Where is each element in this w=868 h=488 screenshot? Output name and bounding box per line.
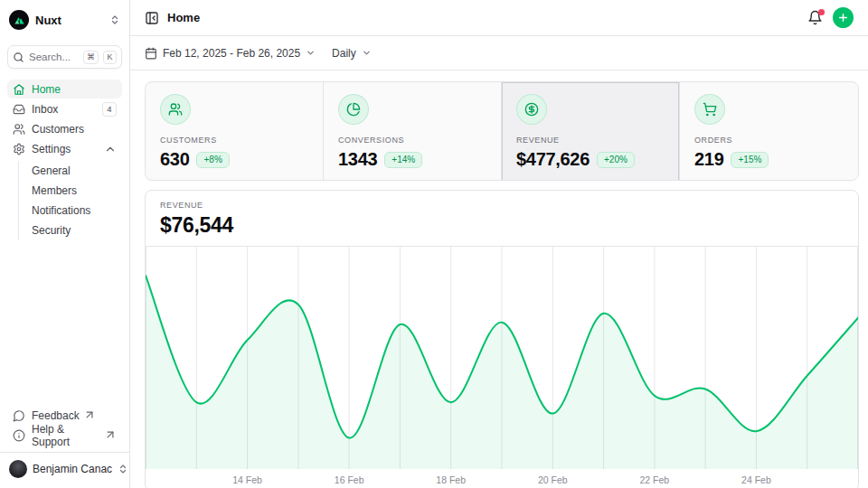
filters-toolbar: Feb 12, 2025 - Feb 26, 2025 Daily (130, 36, 868, 70)
stat-delta-badge: +8% (196, 152, 229, 168)
sidebar-item-inbox[interactable]: Inbox4 (7, 99, 122, 118)
stats-row: CUSTOMERS630+8%CONVERSIONS1343+14%REVENU… (145, 81, 859, 181)
user-menu-button[interactable]: Benjamin Canac (9, 460, 120, 478)
sidebar-footer-nav: FeedbackHelp & Support (7, 406, 122, 445)
sidebar-subitem-members[interactable]: Members (27, 181, 122, 200)
stat-value: 630 (160, 149, 189, 170)
users-icon (168, 102, 183, 117)
chart-x-axis: 14 Feb16 Feb18 Feb20 Feb22 Feb24 Feb (146, 469, 858, 488)
sidebar-item-help-support[interactable]: Help & Support (7, 426, 122, 445)
search-icon (13, 52, 24, 63)
user-name: Benjamin Canac (33, 463, 112, 475)
x-axis-tick-label: 14 Feb (232, 474, 262, 485)
sidebar-nav: HomeInbox4CustomersSettingsGeneralMember… (7, 80, 122, 241)
inbox-count-badge: 4 (102, 102, 117, 117)
chevron-down-icon (306, 48, 316, 58)
chevron-up-icon (104, 143, 117, 155)
stat-delta-badge: +20% (597, 152, 635, 168)
sidebar-sub-list: GeneralMembersNotificationsSecurity (18, 161, 122, 239)
stat-icon-circle (516, 94, 547, 125)
sidebar-item-label: Help & Support (32, 423, 100, 448)
search-placeholder: Search... (29, 52, 79, 62)
sidebar-item-label: Feedback (32, 409, 80, 422)
stat-label: REVENUE (516, 136, 665, 145)
stat-value: $477,626 (516, 149, 590, 170)
inbox-icon (13, 103, 25, 116)
stat-card-orders[interactable]: ORDERS219+15% (680, 82, 858, 181)
gear-icon (13, 143, 25, 155)
stat-label: CONVERSIONS (338, 136, 486, 145)
user-section: Benjamin Canac (0, 452, 129, 481)
brand-name: Nuxt (35, 14, 103, 27)
stat-icon-circle (338, 94, 369, 125)
x-axis-tick-label: 20 Feb (538, 474, 568, 485)
sidebar: Nuxt Search... ⌘ K HomeInbox4CustomersSe… (0, 0, 130, 488)
period-label: Daily (332, 47, 356, 60)
stat-card-customers[interactable]: CUSTOMERS630+8% (146, 82, 324, 181)
info-circle-icon (13, 429, 25, 442)
x-axis-tick-label: 18 Feb (436, 474, 466, 485)
chevron-down-icon (362, 48, 372, 58)
arrow-up-right-icon (104, 428, 117, 441)
x-axis-tick-label: 16 Feb (335, 474, 364, 485)
kbd-k: K (103, 51, 117, 64)
stat-label: ORDERS (694, 136, 844, 145)
chevrons-up-down-icon (109, 14, 120, 25)
sidebar-subitem-security[interactable]: Security (27, 221, 122, 239)
nuxt-logo-icon (9, 10, 29, 30)
page-header: Home (130, 0, 868, 36)
chart-header: REVENUE $76,544 (146, 191, 858, 246)
sidebar-item-label: Customers (32, 123, 117, 136)
stat-delta-badge: +14% (384, 152, 422, 168)
kbd-cmd: ⌘ (83, 51, 99, 64)
sidebar-item-label: Inbox (32, 103, 96, 116)
sidebar-item-home[interactable]: Home (7, 80, 122, 99)
page-title: Home (167, 11, 200, 24)
revenue-area-chart[interactable] (146, 246, 858, 469)
stat-value: 219 (694, 149, 723, 170)
sidebar-subitem-notifications[interactable]: Notifications (27, 201, 122, 220)
stat-value: 1343 (338, 149, 377, 170)
pie-chart-icon (346, 102, 361, 117)
sidebar-item-customers[interactable]: Customers (7, 119, 122, 138)
revenue-chart-card: REVENUE $76,544 14 Feb16 Feb18 Feb20 Feb… (145, 190, 859, 488)
x-axis-tick-label: 22 Feb (639, 474, 669, 485)
notification-dot (818, 9, 825, 15)
notifications-button[interactable] (807, 10, 823, 25)
sidebar-item-label: Settings (32, 143, 98, 155)
calendar-icon (145, 47, 157, 60)
sidebar-subitem-general[interactable]: General (27, 161, 122, 180)
x-axis-tick-label: 24 Feb (741, 474, 771, 485)
date-range-label: Feb 12, 2025 - Feb 26, 2025 (163, 47, 300, 60)
stat-icon-circle (160, 94, 191, 125)
date-range-picker[interactable]: Feb 12, 2025 - Feb 26, 2025 (145, 47, 316, 60)
main-area: Home Feb 12, 2025 - Feb 26, 2025 Da (130, 0, 868, 488)
stat-delta-badge: +15% (731, 152, 769, 168)
sidebar-item-settings[interactable]: Settings (7, 139, 122, 158)
message-bubble-icon (13, 409, 25, 422)
arrow-up-right-icon (83, 408, 96, 421)
dollar-circle-icon (524, 102, 539, 117)
page-content: CUSTOMERS630+8%CONVERSIONS1343+14%REVENU… (130, 70, 868, 488)
period-select[interactable]: Daily (332, 47, 372, 60)
cart-icon (703, 102, 717, 117)
plus-icon (837, 12, 849, 23)
search-input[interactable]: Search... ⌘ K (7, 45, 122, 69)
user-avatar (9, 460, 27, 478)
chart-metric-label: REVENUE (160, 201, 844, 210)
sidebar-spacer (7, 241, 122, 406)
workspace-selector[interactable]: Nuxt (7, 7, 122, 33)
stat-icon-circle (694, 94, 725, 125)
stat-card-revenue[interactable]: REVENUE$477,626+20% (502, 82, 680, 181)
add-button[interactable] (833, 7, 854, 28)
stat-label: CUSTOMERS (160, 136, 308, 145)
collapse-sidebar-icon[interactable] (145, 11, 159, 25)
chart-total-value: $76,544 (160, 213, 844, 238)
users-icon (13, 123, 25, 136)
home-icon (13, 83, 25, 96)
stat-card-conversions[interactable]: CONVERSIONS1343+14% (324, 82, 502, 181)
sidebar-item-label: Home (32, 83, 117, 96)
chevrons-up-down-icon (118, 464, 128, 474)
